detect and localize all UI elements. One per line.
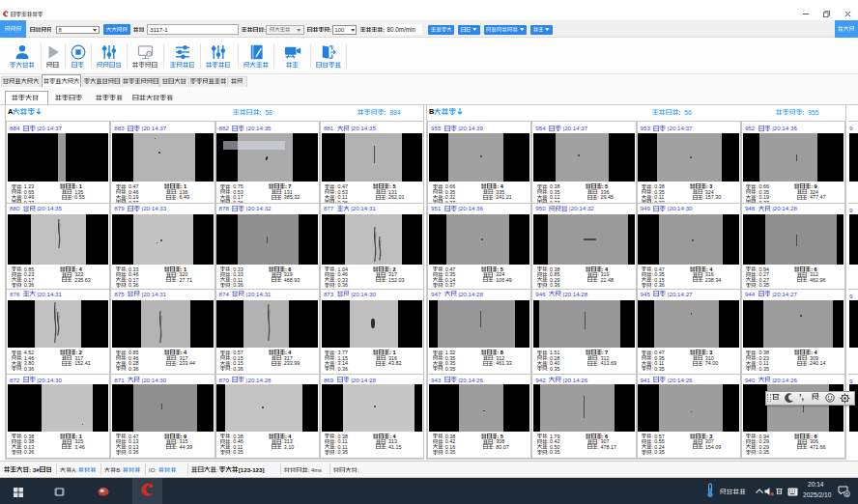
svg-text:6: 6 bbox=[845, 491, 848, 497]
